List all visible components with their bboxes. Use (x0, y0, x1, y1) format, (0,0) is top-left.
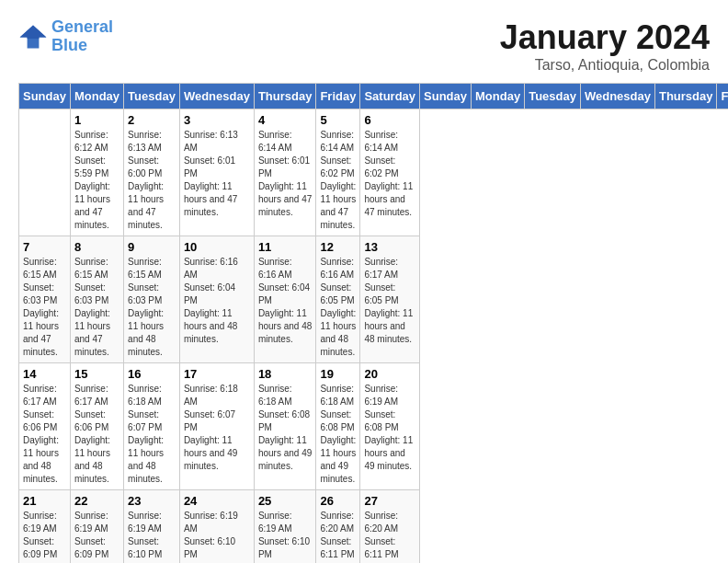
day-info: Sunrise: 6:19 AMSunset: 6:08 PMDaylight:… (364, 383, 415, 473)
calendar-cell: 6 Sunrise: 6:14 AMSunset: 6:02 PMDayligh… (360, 109, 420, 236)
calendar-cell: 26 Sunrise: 6:20 AMSunset: 6:11 PMDaylig… (316, 490, 360, 564)
day-number: 12 (320, 240, 356, 254)
calendar-cell: 24 Sunrise: 6:19 AMSunset: 6:10 PMDaylig… (179, 490, 254, 564)
calendar-cell: 16 Sunrise: 6:18 AMSunset: 6:07 PMDaylig… (124, 363, 180, 490)
day-number: 26 (320, 494, 356, 508)
day-number: 19 (320, 367, 356, 381)
day-info: Sunrise: 6:13 AMSunset: 6:01 PMDaylight:… (184, 129, 250, 219)
header-saturday: Saturday (360, 84, 420, 109)
day-info: Sunrise: 6:15 AMSunset: 6:03 PMDaylight:… (74, 256, 119, 359)
header-row: SundayMondayTuesdayWednesdayThursdayFrid… (19, 84, 729, 109)
day-info: Sunrise: 6:19 AMSunset: 6:10 PMDaylight:… (184, 510, 250, 563)
logo-blue: Blue (51, 37, 113, 55)
calendar-cell: 20 Sunrise: 6:19 AMSunset: 6:08 PMDaylig… (360, 363, 420, 490)
calendar-cell: 2 Sunrise: 6:13 AMSunset: 6:00 PMDayligh… (124, 109, 180, 236)
calendar-table: SundayMondayTuesdayWednesdayThursdayFrid… (18, 83, 728, 563)
day-number: 5 (320, 113, 356, 127)
day-number: 10 (184, 240, 250, 254)
day-number: 22 (74, 494, 119, 508)
day-info: Sunrise: 6:18 AMSunset: 6:08 PMDaylight:… (258, 383, 313, 473)
day-number: 24 (184, 494, 250, 508)
calendar-cell: 15 Sunrise: 6:17 AMSunset: 6:06 PMDaylig… (70, 363, 123, 490)
day-info: Sunrise: 6:19 AMSunset: 6:10 PMDaylight:… (258, 510, 313, 563)
day-number: 14 (23, 367, 66, 381)
day-info: Sunrise: 6:20 AMSunset: 6:11 PMDaylight:… (364, 510, 415, 563)
day-info: Sunrise: 6:12 AMSunset: 5:59 PMDaylight:… (74, 129, 119, 232)
day-number: 21 (23, 494, 66, 508)
day-number: 13 (364, 240, 415, 254)
header-thursday: Thursday (254, 84, 316, 109)
calendar-cell: 25 Sunrise: 6:19 AMSunset: 6:10 PMDaylig… (254, 490, 316, 564)
day-number: 20 (364, 367, 415, 381)
day-number: 25 (258, 494, 313, 508)
logo: General Blue (18, 18, 113, 55)
day-info: Sunrise: 6:20 AMSunset: 6:11 PMDaylight:… (320, 510, 356, 563)
day-number: 8 (74, 240, 119, 254)
calendar-cell: 7 Sunrise: 6:15 AMSunset: 6:03 PMDayligh… (19, 236, 71, 363)
day-number: 6 (364, 113, 415, 127)
col-header-tuesday: Tuesday (525, 84, 581, 109)
day-info: Sunrise: 6:16 AMSunset: 6:05 PMDaylight:… (320, 256, 356, 359)
calendar-cell: 3 Sunrise: 6:13 AMSunset: 6:01 PMDayligh… (179, 109, 254, 236)
col-header-monday: Monday (472, 84, 525, 109)
title-block: January 2024 Tarso, Antioquia, Colombia (500, 18, 710, 74)
day-info: Sunrise: 6:15 AMSunset: 6:03 PMDaylight:… (23, 256, 66, 359)
calendar-cell: 1 Sunrise: 6:12 AMSunset: 5:59 PMDayligh… (70, 109, 123, 236)
day-number: 1 (74, 113, 119, 127)
header-monday: Monday (70, 84, 123, 109)
day-number: 7 (23, 240, 66, 254)
col-header-wednesday: Wednesday (580, 84, 654, 109)
col-header-thursday: Thursday (654, 84, 717, 109)
logo-text: General Blue (51, 18, 113, 55)
calendar-cell: 10 Sunrise: 6:16 AMSunset: 6:04 PMDaylig… (179, 236, 254, 363)
day-info: Sunrise: 6:17 AMSunset: 6:06 PMDaylight:… (23, 383, 66, 486)
day-info: Sunrise: 6:17 AMSunset: 6:06 PMDaylight:… (74, 383, 119, 486)
calendar-cell: 17 Sunrise: 6:18 AMSunset: 6:07 PMDaylig… (179, 363, 254, 490)
day-info: Sunrise: 6:19 AMSunset: 6:09 PMDaylight:… (74, 510, 119, 563)
day-info: Sunrise: 6:16 AMSunset: 6:04 PMDaylight:… (184, 256, 250, 346)
col-header-sunday: Sunday (420, 84, 472, 109)
calendar-cell: 4 Sunrise: 6:14 AMSunset: 6:01 PMDayligh… (254, 109, 316, 236)
day-info: Sunrise: 6:15 AMSunset: 6:03 PMDaylight:… (128, 256, 176, 359)
day-info: Sunrise: 6:19 AMSunset: 6:10 PMDaylight:… (128, 510, 176, 563)
day-info: Sunrise: 6:18 AMSunset: 6:08 PMDaylight:… (320, 383, 356, 486)
calendar-cell: 23 Sunrise: 6:19 AMSunset: 6:10 PMDaylig… (124, 490, 180, 564)
day-info: Sunrise: 6:13 AMSunset: 6:00 PMDaylight:… (128, 129, 176, 232)
calendar-cell: 13 Sunrise: 6:17 AMSunset: 6:05 PMDaylig… (360, 236, 420, 363)
page-header: General Blue January 2024 Tarso, Antioqu… (18, 18, 710, 74)
day-number: 4 (258, 113, 313, 127)
day-info: Sunrise: 6:16 AMSunset: 6:04 PMDaylight:… (258, 256, 313, 346)
location: Tarso, Antioquia, Colombia (500, 57, 710, 74)
calendar-cell: 19 Sunrise: 6:18 AMSunset: 6:08 PMDaylig… (316, 363, 360, 490)
calendar-cell: 27 Sunrise: 6:20 AMSunset: 6:11 PMDaylig… (360, 490, 420, 564)
logo-icon (18, 24, 48, 50)
day-number: 15 (74, 367, 119, 381)
day-number: 17 (184, 367, 250, 381)
calendar-cell: 12 Sunrise: 6:16 AMSunset: 6:05 PMDaylig… (316, 236, 360, 363)
day-number: 9 (128, 240, 176, 254)
calendar-cell: 14 Sunrise: 6:17 AMSunset: 6:06 PMDaylig… (19, 363, 71, 490)
day-info: Sunrise: 6:14 AMSunset: 6:02 PMDaylight:… (364, 129, 415, 219)
day-info: Sunrise: 6:18 AMSunset: 6:07 PMDaylight:… (184, 383, 250, 473)
month-year: January 2024 (500, 18, 710, 57)
header-wednesday: Wednesday (179, 84, 254, 109)
svg-marker-1 (20, 25, 47, 38)
calendar-cell: 8 Sunrise: 6:15 AMSunset: 6:03 PMDayligh… (70, 236, 123, 363)
day-info: Sunrise: 6:17 AMSunset: 6:05 PMDaylight:… (364, 256, 415, 346)
day-info: Sunrise: 6:14 AMSunset: 6:02 PMDaylight:… (320, 129, 356, 232)
day-number: 16 (128, 367, 176, 381)
day-number: 23 (128, 494, 176, 508)
day-info: Sunrise: 6:14 AMSunset: 6:01 PMDaylight:… (258, 129, 313, 219)
calendar-cell: 11 Sunrise: 6:16 AMSunset: 6:04 PMDaylig… (254, 236, 316, 363)
week-row-2: 7 Sunrise: 6:15 AMSunset: 6:03 PMDayligh… (19, 236, 729, 363)
week-row-1: 1 Sunrise: 6:12 AMSunset: 5:59 PMDayligh… (19, 109, 729, 236)
col-header-friday: Friday (717, 84, 728, 109)
calendar-cell: 9 Sunrise: 6:15 AMSunset: 6:03 PMDayligh… (124, 236, 180, 363)
day-info: Sunrise: 6:19 AMSunset: 6:09 PMDaylight:… (23, 510, 66, 563)
header-tuesday: Tuesday (124, 84, 180, 109)
logo-general: General (51, 17, 113, 36)
calendar-cell: 18 Sunrise: 6:18 AMSunset: 6:08 PMDaylig… (254, 363, 316, 490)
calendar-cell (19, 109, 71, 236)
day-number: 18 (258, 367, 313, 381)
calendar-cell: 5 Sunrise: 6:14 AMSunset: 6:02 PMDayligh… (316, 109, 360, 236)
